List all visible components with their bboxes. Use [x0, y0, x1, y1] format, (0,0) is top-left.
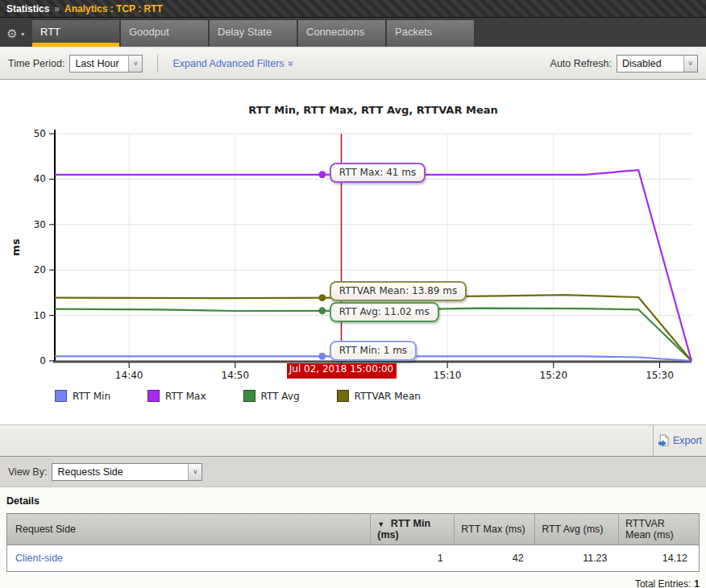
tooltip-rtt-min: RTT Min: 1 ms [330, 341, 417, 361]
select-arrow-icon [128, 56, 142, 72]
svg-text:15:20: 15:20 [540, 370, 568, 381]
breadcrumb-path: Analytics : TCP : RTT [64, 3, 163, 14]
total-entries: Total Entries:1 [6, 578, 700, 588]
tab-bar: ⚙ ▼ RTT Goodput Delay State Connections … [0, 18, 706, 47]
time-period-label: Time Period: [8, 58, 64, 69]
column-header-rtt-avg[interactable]: RTT Avg (ms) [535, 514, 619, 545]
total-entries-value: 1 [694, 578, 700, 588]
auto-refresh-label: Auto Refresh: [550, 58, 612, 69]
table-header-row: Request Side ▼ RTT Min (ms) RTT Max (ms)… [7, 514, 700, 545]
tab-goodput[interactable]: Goodput [121, 20, 208, 47]
settings-menu-button[interactable]: ⚙ ▼ [2, 22, 31, 46]
cell-rtt-max: 42 [455, 545, 535, 572]
gear-icon: ⚙ [6, 27, 17, 41]
legend-item-rttvar-mean: RTTVAR Mean [337, 390, 421, 402]
chevron-down-icon: ▼ [20, 31, 26, 37]
tooltip-rtt-max: RTT Max: 41 ms [330, 163, 426, 183]
tab-connections[interactable]: Connections [298, 20, 385, 47]
active-tab-indicator [32, 43, 119, 47]
chart-section: RTT Min, RTT Max, RTT Avg, RTTVAR Mean 0… [0, 80, 706, 424]
legend-item-rtt-min: RTT Min [55, 390, 110, 402]
cell-rtt-avg: 11.23 [535, 545, 619, 572]
select-arrow-icon [683, 56, 697, 72]
legend-swatch [243, 390, 255, 402]
cursor-time-badge: Jul 02, 2018 15:00:00 [287, 363, 397, 379]
legend-swatch [147, 390, 160, 402]
svg-text:0: 0 [39, 355, 46, 366]
svg-text:15:10: 15:10 [434, 370, 462, 381]
column-header-rtt-max[interactable]: RTT Max (ms) [455, 514, 535, 545]
svg-text:20: 20 [34, 264, 46, 275]
svg-text:40: 40 [34, 173, 46, 184]
svg-text:14:40: 14:40 [115, 370, 143, 381]
column-header-rttvar-mean[interactable]: RTTVAR Mean (ms) [619, 514, 700, 545]
sort-desc-icon: ▼ [377, 520, 384, 528]
details-section: Details Request Side ▼ RTT Min (ms) RTT … [0, 487, 706, 588]
view-by-bar: View By: Requests Side [0, 457, 706, 487]
breadcrumb: Statistics » Analytics : TCP : RTT [0, 0, 706, 18]
chart-legend: RTT Min RTT Max RTT Avg RTTVAR Mean [55, 390, 706, 402]
svg-text:ms: ms [10, 238, 22, 256]
filter-bar: Time Period: Last Hour Expand Advanced F… [0, 47, 706, 80]
tab-rtt[interactable]: RTT [32, 20, 119, 47]
auto-refresh-select[interactable]: Disabled [617, 55, 698, 72]
select-arrow-icon [188, 464, 201, 480]
details-title: Details [6, 495, 700, 507]
chart-toolbar: Export [0, 424, 706, 457]
column-header-rtt-min[interactable]: ▼ RTT Min (ms) [371, 514, 455, 545]
legend-swatch [55, 390, 67, 402]
svg-text:14:50: 14:50 [222, 370, 250, 381]
breadcrumb-section[interactable]: Statistics [6, 3, 49, 14]
svg-text:30: 30 [34, 219, 46, 230]
breadcrumb-separator-icon: » [54, 3, 60, 14]
svg-text:15:30: 15:30 [646, 370, 674, 381]
client-side-link[interactable]: Client-side [15, 553, 63, 564]
legend-swatch [337, 390, 349, 402]
time-period-select[interactable]: Last Hour [69, 55, 143, 72]
column-header-request-side[interactable]: Request Side [7, 514, 371, 545]
legend-item-rtt-avg: RTT Avg [243, 390, 300, 402]
details-table: Request Side ▼ RTT Min (ms) RTT Max (ms)… [6, 513, 700, 572]
export-button[interactable]: Export [653, 425, 706, 456]
tooltip-rtt-avg: RTT Avg: 11.02 ms [330, 302, 439, 322]
chart-canvas[interactable]: 0102030405014:4014:5015:1015:2015:30ms R… [0, 126, 706, 385]
legend-item-rtt-max: RTT Max [147, 390, 206, 402]
expand-advanced-filters-link[interactable]: Expand Advanced Filters [172, 58, 284, 69]
svg-text:10: 10 [34, 310, 46, 321]
divider [157, 55, 158, 72]
chart-title: RTT Min, RTT Max, RTT Avg, RTTVAR Mean [0, 104, 706, 116]
tooltip-rttvar-mean: RTTVAR Mean: 13.89 ms [330, 281, 467, 301]
cell-rttvar-mean: 14.12 [619, 545, 700, 572]
cell-rtt-min: 1 [371, 545, 455, 572]
table-row: Client-side 1 42 11.23 14.12 [7, 545, 700, 572]
tab-packets[interactable]: Packets [387, 20, 474, 47]
tab-delay-state[interactable]: Delay State [210, 20, 297, 47]
view-by-select[interactable]: Requests Side [52, 463, 202, 481]
expand-chevrons-icon: « [284, 61, 296, 67]
view-by-label: View By: [8, 466, 47, 478]
export-document-icon [658, 434, 670, 447]
svg-text:50: 50 [34, 128, 46, 139]
